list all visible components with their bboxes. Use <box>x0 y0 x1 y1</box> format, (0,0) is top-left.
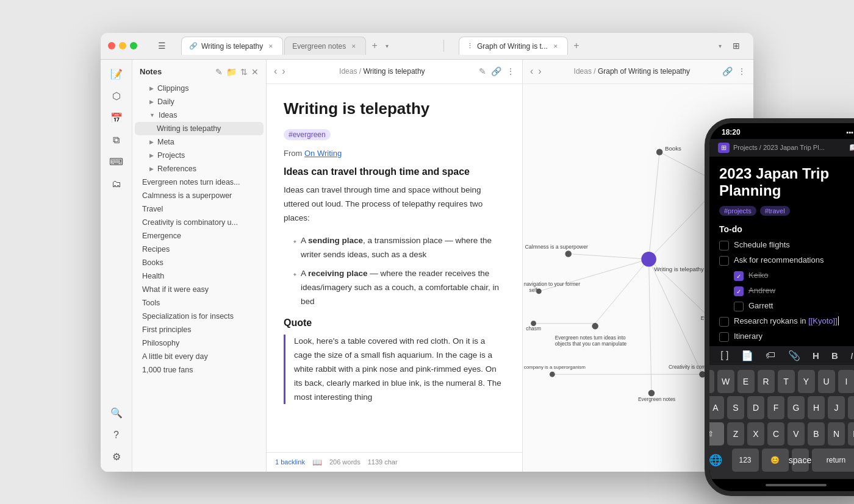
key-H[interactable]: H <box>808 396 825 419</box>
node-company[interactable] <box>550 371 555 377</box>
note-tag[interactable]: #evergreen <box>284 129 331 140</box>
key-W[interactable]: W <box>717 370 734 393</box>
key-S[interactable]: S <box>727 396 744 419</box>
graph-link-icon[interactable]: 🔗 <box>722 66 733 76</box>
key-A[interactable]: A <box>709 396 724 419</box>
book-icon[interactable]: 📖 <box>849 143 854 152</box>
key-E[interactable]: E <box>737 370 755 393</box>
edit-note-icon[interactable]: ✎ <box>479 66 486 76</box>
folder-icon[interactable]: 📁 <box>226 67 237 77</box>
graph-back-button[interactable]: ‹ <box>530 66 533 77</box>
tab-close-evergreen[interactable]: ✕ <box>350 42 358 51</box>
kb-italic-icon[interactable]: I <box>850 350 853 361</box>
key-emoji[interactable]: 😊 <box>762 449 789 472</box>
todo-checkbox[interactable] <box>734 302 744 311</box>
layout-icon[interactable]: ⊞ <box>727 36 746 55</box>
key-B[interactable]: B <box>808 422 825 445</box>
tab-graph-writing[interactable]: ⋮ Graph of Writing is t... ✕ <box>459 37 568 55</box>
more-icon[interactable]: ⋮ <box>506 66 515 76</box>
key-U[interactable]: U <box>818 370 835 393</box>
key-X[interactable]: X <box>747 422 764 445</box>
key-F[interactable]: F <box>767 396 784 419</box>
sidebar-item-calmness[interactable]: Calmness is a superpower <box>135 189 264 202</box>
sidebar-item-little-bit[interactable]: A little bit every day <box>135 350 264 363</box>
help-icon[interactable]: ? <box>107 425 126 445</box>
sidebar-toggle-icon[interactable]: ☰ <box>152 36 171 55</box>
sidebar-item-references[interactable]: ▶ References <box>135 162 264 176</box>
tab-evergreen-notes[interactable]: Evergreen notes ✕ <box>284 37 366 55</box>
key-Z[interactable]: Z <box>727 422 744 445</box>
node-books[interactable] <box>656 149 663 155</box>
forward-button[interactable]: › <box>282 66 285 77</box>
edit-icon[interactable]: ✎ <box>215 67 223 77</box>
key-V[interactable]: V <box>788 422 805 445</box>
link-icon[interactable]: 🔗 <box>491 66 501 76</box>
kb-attach-icon[interactable]: 📎 <box>788 350 800 361</box>
todo-checkbox-checked[interactable]: ✓ <box>734 286 744 296</box>
todo-checkbox[interactable] <box>719 317 729 327</box>
todo-schedule-flights[interactable]: Schedule flights <box>719 240 854 250</box>
phone-tag-projects[interactable]: #projects <box>719 206 756 216</box>
key-J[interactable]: J <box>828 396 845 419</box>
calendar-icon[interactable]: 📅 <box>107 108 126 128</box>
close-sidebar-icon[interactable]: ✕ <box>251 67 259 77</box>
key-M[interactable]: M <box>848 422 854 445</box>
node-calmness[interactable] <box>565 250 572 257</box>
todo-checkbox[interactable] <box>719 256 729 266</box>
layers-icon[interactable]: ⧉ <box>107 130 126 150</box>
sidebar-item-recipes[interactable]: Recipes <box>135 243 264 256</box>
todo-itinerary[interactable]: Itinerary <box>719 332 854 342</box>
sidebar-item-what-if-easy[interactable]: What if it were easy <box>135 283 264 296</box>
key-R[interactable]: R <box>758 370 775 393</box>
todo-checkbox-checked[interactable]: ✓ <box>734 271 744 281</box>
backlinks-link[interactable]: 1 backlink <box>275 458 305 466</box>
todo-ask-recommendations[interactable]: Ask for recommendations <box>719 255 854 266</box>
minimize-button[interactable] <box>119 42 126 49</box>
todo-checkbox[interactable] <box>719 332 729 342</box>
todo-checkbox[interactable] <box>719 241 729 250</box>
sidebar-item-first-principles[interactable]: First principles <box>135 323 264 336</box>
key-Q[interactable]: Q <box>709 370 714 393</box>
terminal-icon[interactable]: ⌨ <box>107 152 126 172</box>
key-shift[interactable]: ⇧ <box>709 422 724 445</box>
tab-overflow-button[interactable]: ▾ <box>386 43 389 49</box>
key-D[interactable]: D <box>747 396 764 419</box>
key-globe[interactable]: 🌐 <box>709 453 729 467</box>
sidebar-item-emergence[interactable]: Emergence <box>135 229 264 243</box>
key-G[interactable]: G <box>788 396 805 419</box>
sidebar-item-clippings[interactable]: ▶ Clippings <box>135 82 264 95</box>
sidebar-item-daily[interactable]: ▶ Daily <box>135 95 264 108</box>
graph-more-icon[interactable]: ⋮ <box>737 66 746 76</box>
new-right-tab-button[interactable]: + <box>569 38 584 53</box>
sidebar-item-travel[interactable]: Travel <box>135 202 264 216</box>
node-evergreen[interactable] <box>648 389 655 396</box>
search-icon[interactable]: 🔍 <box>107 403 126 423</box>
sidebar-item-philosophy[interactable]: Philosophy <box>135 336 264 350</box>
key-N[interactable]: N <box>828 422 845 445</box>
kb-brackets-icon[interactable]: [ ] <box>720 350 728 361</box>
sidebar-item-true-fans[interactable]: 1,000 true fans <box>135 363 264 377</box>
graph-icon[interactable]: ⬡ <box>107 87 126 106</box>
tab-close-graph[interactable]: ✕ <box>551 42 560 51</box>
key-I[interactable]: I <box>838 370 855 393</box>
tab-writing-telepathy[interactable]: 🔗 Writing is telepathy ✕ <box>181 37 283 55</box>
sidebar-item-tools[interactable]: Tools <box>135 296 264 310</box>
node-writing-telepathy[interactable] <box>641 251 656 266</box>
todo-keiko[interactable]: ✓ Keiko <box>719 271 854 281</box>
todo-garrett[interactable]: Garrett <box>719 301 854 311</box>
sidebar-item-writing-telepathy[interactable]: Writing is telepathy <box>135 122 264 135</box>
right-tab-overflow-button[interactable]: ▾ <box>719 43 722 49</box>
node-evergreen-turn[interactable] <box>592 322 598 329</box>
todo-andrew[interactable]: ✓ Andrew <box>719 286 854 296</box>
sidebar-item-meta[interactable]: ▶ Meta <box>135 135 264 149</box>
archive-icon[interactable]: 🗂 <box>107 174 126 194</box>
graph-forward-button[interactable]: › <box>538 66 541 77</box>
sidebar-item-health[interactable]: Health <box>135 269 264 283</box>
sidebar-item-books[interactable]: Books <box>135 256 264 269</box>
sort-icon[interactable]: ⇅ <box>240 67 248 77</box>
sidebar-item-specialization[interactable]: Specialization is for insects <box>135 310 264 323</box>
key-T[interactable]: T <box>778 370 795 393</box>
sidebar-item-evergreen-notes[interactable]: Evergreen notes turn ideas... <box>135 176 264 189</box>
new-tab-button[interactable]: + <box>367 38 382 53</box>
notes-icon[interactable]: 📝 <box>107 65 126 84</box>
